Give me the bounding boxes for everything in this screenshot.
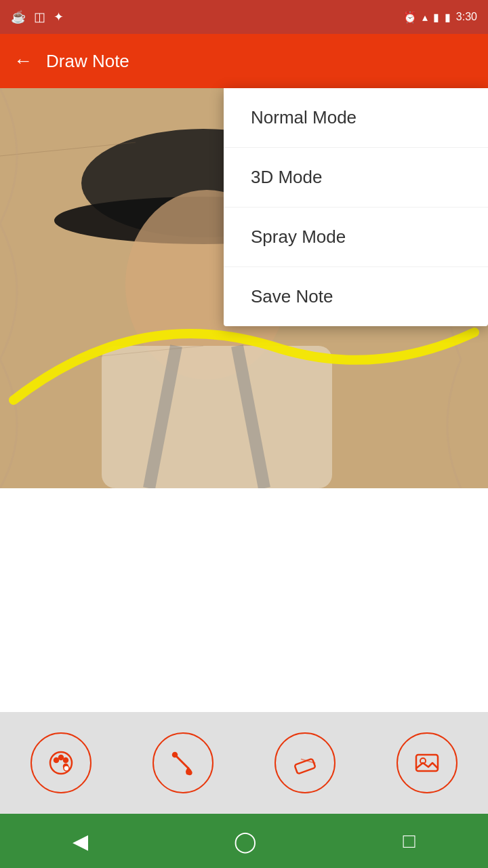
app-title: Draw Note [46,51,129,72]
brush-button[interactable] [152,732,214,793]
wifi-icon: ▴ [422,11,428,24]
eraser-button[interactable] [274,732,336,793]
back-button[interactable]: ← [14,50,33,72]
home-nav-button[interactable]: ◯ [234,829,257,853]
signal-icon: ▮ [433,11,439,24]
eraser-icon [290,748,320,778]
menu-item-spray-mode[interactable]: Spray Mode [224,208,488,267]
image-icon-status: ◫ [34,9,45,24]
share-icon: ✦ [54,9,64,24]
palette-button[interactable] [30,732,92,793]
palette-icon [46,748,76,778]
nav-bar: ◀ ◯ □ [0,814,488,868]
menu-item-normal-mode[interactable]: Normal Mode [224,88,488,148]
recent-nav-button[interactable]: □ [403,829,415,852]
svg-point-15 [59,755,63,760]
svg-point-14 [54,758,58,762]
svg-point-16 [64,758,68,762]
status-icons-left: ☕ ◫ ✦ [11,9,64,24]
bottom-toolbar [0,712,488,814]
app-toolbar: ← Draw Note [0,34,488,88]
svg-point-20 [173,753,177,757]
time-display: 3:30 [456,11,477,23]
status-icons-right: ⏰ ▴ ▮ ▮ 3:30 [403,11,477,24]
svg-rect-5 [102,346,332,488]
whatsapp-icon: ☕ [11,9,26,24]
brush-icon [168,748,198,778]
dropdown-menu: Normal Mode 3D Mode Spray Mode Save Note [224,88,488,326]
image-icon-toolbar [412,748,442,778]
battery-icon: ▮ [445,11,451,24]
svg-rect-23 [416,755,438,771]
menu-item-save-note[interactable]: Save Note [224,267,488,326]
image-button[interactable] [396,732,458,793]
status-bar: ☕ ◫ ✦ ⏰ ▴ ▮ ▮ 3:30 [0,0,488,34]
menu-item-3d-mode[interactable]: 3D Mode [224,148,488,208]
back-nav-button[interactable]: ◀ [73,829,88,853]
svg-point-18 [64,766,69,771]
alarm-icon: ⏰ [403,11,417,24]
